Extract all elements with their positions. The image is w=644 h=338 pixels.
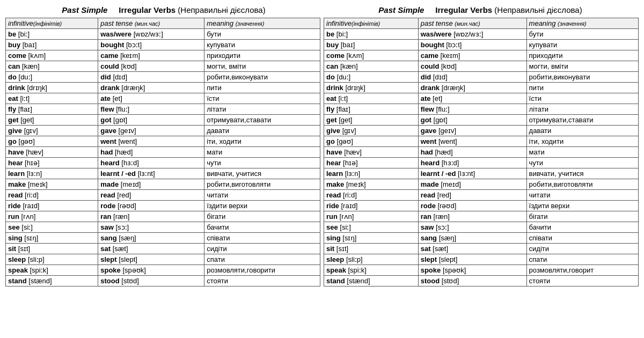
right-inf-phonetic-13: [lɜːn] [345,170,360,178]
right-inf-word-0: be [326,30,334,38]
left-cell-meaning-19: співати [204,233,320,244]
left-col3-label: meaning [207,19,233,27]
right-cell-inf-14: make [meɪk] [324,179,419,190]
left-table-row: get [get] got [gɒt] отримувати,ставати [6,115,320,126]
right-past-phonetic-9: [geɪv] [438,127,456,135]
right-cell-past-3: could [kʊd] [418,61,526,72]
right-past-word-1: bought [421,41,444,49]
right-meaning-text-17: бігати [529,212,548,221]
right-past-phonetic-2: [keɪm] [441,52,460,60]
right-inf-word-18: see [326,223,338,231]
right-cell-past-4: did [dɪd] [418,72,526,83]
left-cell-past-12: heard [hɜːd] [98,158,204,168]
right-cell-inf-13: learn [lɜːn] [324,168,419,179]
left-cell-inf-8: get [get] [6,115,98,126]
left-table-row: hear [hɪə] heard [hɜːd] чути [6,158,320,168]
right-past-word-4: did [421,73,431,81]
right-cell-past-20: sat [sæt] [418,244,526,254]
left-meaning-text-6: їсти [207,94,219,102]
right-inf-word-9: give [326,127,340,135]
right-title: Past Simple [378,5,424,14]
left-cell-inf-11: have [hæv] [6,147,98,158]
left-table-row: be [biː] was/were [wɒz/wɜː] бути [6,29,320,40]
right-cell-past-7: flew [fluː] [418,104,526,115]
right-inf-word-4: do [326,73,335,81]
right-inf-phonetic-14: [meɪk] [346,180,366,188]
left-cell-meaning-2: приходити [204,50,320,61]
left-inf-phonetic-16: [raɪd] [23,202,39,210]
left-inf-word-0: be [8,30,16,38]
left-past-phonetic-19: [sæŋ] [119,234,136,242]
left-table-row: read [riːd] read [red] читати [6,190,320,201]
left-past-phonetic-18: [sɔː] [115,223,129,231]
left-meaning-text-14: робити,виготовляти [207,180,270,188]
left-cell-inf-21: sleep [sliːp] [6,254,98,265]
left-table-row: see [siː] saw [sɔː] бачити [6,222,320,233]
left-cell-meaning-6: їсти [204,93,320,104]
right-inf-word-13: learn [326,170,343,178]
left-table-row: buy [baɪ] bought [bɔːt] купувати [6,40,320,50]
right-cell-inf-23: stand [stænd] [324,276,419,286]
left-meaning-text-15: читати [207,191,228,199]
right-table-row: fly [flaɪ] flew [fluː] літати [324,104,639,115]
left-cell-past-17: ran [ræn] [98,211,204,222]
left-meaning-text-21: спати [207,255,225,263]
right-past-phonetic-11: [hæd] [435,148,452,156]
right-past-word-12: heard [421,159,440,167]
right-cell-past-8: got [gɒt] [418,115,526,126]
left-past-word-8: got [100,116,111,124]
right-cell-meaning-17: бігати [526,211,638,222]
left-cell-past-9: gave [geɪv] [98,126,204,136]
right-meaning-text-23: стояти [529,277,551,285]
right-cell-meaning-12: чути [526,158,638,168]
right-cell-meaning-13: вивчати, учитися [526,168,638,179]
left-past-word-0: was/were [100,30,131,38]
right-table-row: get [get] got [gɒt] отримувати,ставати [324,115,639,126]
right-past-word-14: made [421,180,439,188]
left-inf-phonetic-1: [baɪ] [23,41,37,49]
content-area: infinitive(інфінітів) past tense (мин.ча… [5,18,639,286]
left-inf-word-6: eat [8,94,18,102]
left-meaning-text-2: приходити [207,52,240,60]
left-meaning-text-9: давати [207,127,229,135]
right-table-header-row: infinitive(інфінітів) past tense (мин.ча… [324,18,639,29]
right-past-word-13: learnt / -ed [421,170,456,178]
right-inf-phonetic-12: [hɪə] [343,159,357,167]
left-col3-sublabel: (значення) [236,20,265,27]
left-inf-phonetic-0: [biː] [18,30,30,38]
left-inf-phonetic-19: [sɪŋ] [24,234,38,242]
left-cell-meaning-12: чути [204,158,320,168]
left-table-section: infinitive(інфінітів) past tense (мин.ча… [5,18,320,286]
left-past-word-16: rode [100,202,115,210]
right-inf-phonetic-21: [sliːp] [346,255,363,263]
right-inf-word-1: buy [326,41,339,49]
right-cell-past-23: stood [stʊd] [418,276,526,286]
left-past-phonetic-7: [fluː] [116,105,129,113]
right-past-phonetic-15: [red] [437,191,451,199]
left-past-phonetic-6: [et] [113,94,122,102]
left-cell-past-3: could [kʊd] [98,61,204,72]
right-cell-inf-12: hear [hɪə] [324,158,419,168]
right-meaning-text-13: вивчати, учитися [529,170,584,178]
right-cell-past-10: went [went] [418,136,526,147]
left-cell-meaning-0: бути [204,29,320,40]
left-inf-word-9: give [8,127,22,135]
left-header: Past Simple Irregular Verbs (Неправильні… [62,5,265,14]
left-inf-word-8: get [8,116,19,124]
left-past-word-17: ran [100,212,111,221]
left-cell-past-13: learnt / -ed [lɜːnt] [98,168,204,179]
right-cell-meaning-16: їздити верхи [526,201,638,211]
right-table-row: sing [sɪŋ] sang [sæŋ] співати [324,233,639,244]
left-past-word-22: spoke [100,266,121,274]
right-cell-past-15: read [red] [418,190,526,201]
left-cell-past-10: went [went] [98,136,204,147]
left-cell-meaning-16: їздити верхи [204,201,320,211]
right-meaning-text-7: літати [529,105,548,113]
right-meaning-text-21: спати [529,255,547,263]
right-past-word-23: stood [421,277,440,285]
left-past-phonetic-14: [meɪd] [121,180,141,188]
left-past-word-7: flew [100,105,114,113]
left-cell-inf-17: run [rʌn] [6,211,98,222]
right-inf-word-11: have [326,148,342,156]
right-inf-word-17: run [326,212,338,221]
